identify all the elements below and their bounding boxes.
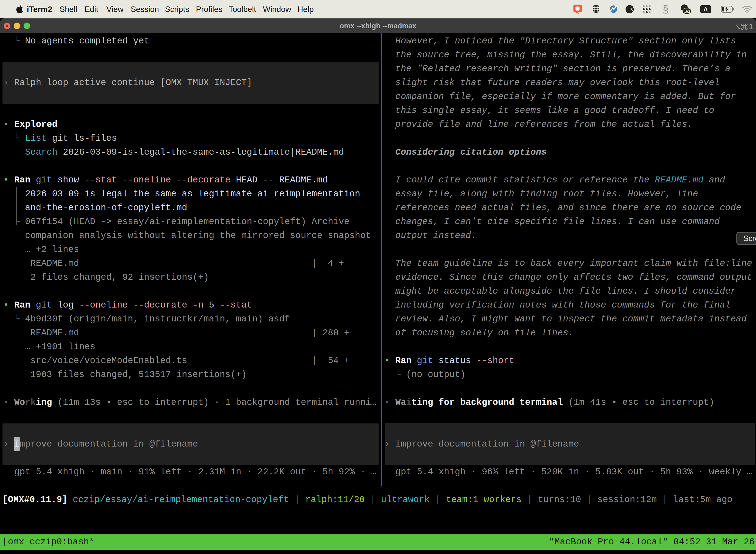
svg-text:..61: ..61: [684, 9, 690, 13]
svg-text:A: A: [703, 6, 708, 13]
